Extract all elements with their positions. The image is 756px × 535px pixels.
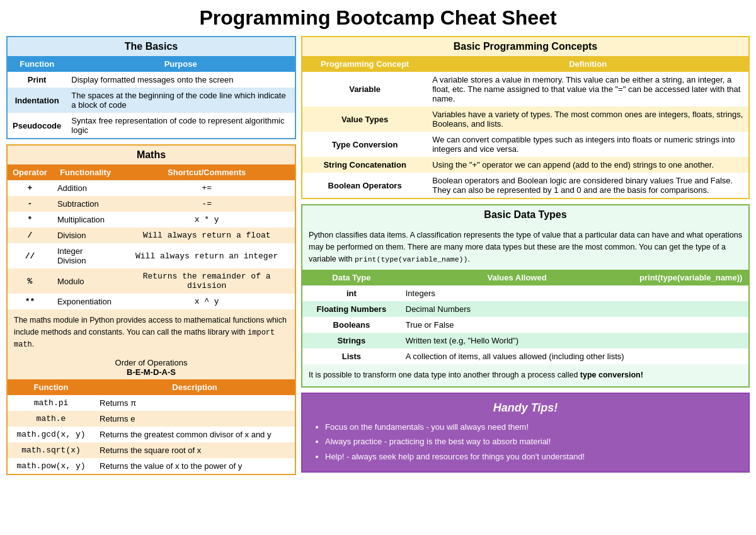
maths-shortcut: Will always return a float [118, 227, 295, 243]
maths-row: * Multiplication x * y [8, 212, 295, 227]
dt-print [633, 348, 748, 364]
datatypes-header: Basic Data Types [302, 205, 748, 224]
mathsfn-desc: Returns the square root of x [94, 442, 295, 458]
dt-values: Written text (e.g, "Hello World") [401, 333, 634, 348]
mathfn-col2: Description [94, 379, 295, 395]
mathsfn-row: math.e Returns e [8, 411, 295, 427]
mathsfn-desc: Returns the value of x to the power of y [94, 458, 295, 474]
concepts-row: Type Conversion We can convert compatibl… [302, 132, 748, 157]
maths-row: / Division Will always return a float [8, 227, 295, 243]
order-ops-header: Order of Operations [8, 358, 295, 367]
maths-op: + [8, 180, 52, 196]
maths-func: Division [52, 227, 118, 243]
mathsfn-name: math.sqrt(x) [8, 442, 94, 458]
concepts-row: Boolean Operators Boolean operators and … [302, 173, 748, 198]
basics-col2: Purpose [66, 56, 295, 72]
dt-type: Floating Numbers [302, 301, 401, 317]
dt-values: A collection of items, all values allowe… [401, 348, 634, 364]
mathsfn-row: math.gcd(x, y) Returns the greatest comm… [8, 427, 295, 442]
concepts-def: Using the "+" operator we can append (ad… [427, 157, 748, 173]
concepts-header: Basic Programming Concepts [302, 37, 748, 56]
concepts-concept: String Concatenation [302, 157, 427, 173]
concepts-concept: Variable [302, 72, 427, 106]
tips-list: Focus on the fundamentals - you will alw… [312, 420, 738, 464]
concepts-def: Variables have a variety of types. The m… [427, 106, 748, 132]
maths-func: Modulo [52, 268, 118, 294]
basics-header: The Basics [8, 37, 295, 56]
mathsfn-name: math.pow(x, y) [8, 458, 94, 474]
concepts-concept: Value Types [302, 106, 427, 132]
mathsfn-name: math.e [8, 411, 94, 427]
mathsfn-desc: Returns π [94, 395, 295, 411]
mathsfn-name: math.pi [8, 395, 94, 411]
mathsfn-row: math.sqrt(x) Returns the square root of … [8, 442, 295, 458]
datatypes-row: Floating Numbers Decimal Numbers [302, 301, 748, 317]
concepts-def: Boolean operators and Boolean logic are … [427, 173, 748, 198]
maths-op: / [8, 227, 52, 243]
maths-shortcut: Returns the remainder of a division [118, 268, 295, 294]
basics-func: Print [8, 72, 66, 88]
datatypes-row: int Integers [302, 285, 748, 301]
tips-item: Help! - always seek help and resources f… [325, 449, 738, 464]
concepts-concept: Type Conversion [302, 132, 427, 157]
basics-purpose: Display formatted messages onto the scre… [66, 72, 295, 88]
dt-type: Lists [302, 348, 401, 364]
concepts-def: A variable stores a value in memory. Thi… [427, 72, 748, 106]
concepts-row: Value Types Variables have a variety of … [302, 106, 748, 132]
maths-body-text: The maths module in Python provides acce… [8, 309, 295, 355]
maths-op: % [8, 268, 52, 294]
dt-print [633, 317, 748, 333]
basics-section: The Basics Function Purpose Print Displa… [6, 36, 296, 139]
maths-col2: Functionality [52, 164, 118, 180]
maths-shortcut: -= [118, 196, 295, 212]
maths-row: + Addition += [8, 180, 295, 196]
datatypes-intro: Python classifies data items. A classifi… [302, 224, 748, 270]
dt-values: Decimal Numbers [401, 301, 634, 317]
maths-func: Integer Division [52, 243, 118, 268]
tips-item: Always practice - practicing is the best… [325, 434, 738, 449]
basics-col1: Function [8, 56, 66, 72]
concepts-section: Basic Programming Concepts Programming C… [301, 36, 750, 199]
concepts-table: Programming Concept Definition Variable … [302, 56, 748, 198]
datatypes-table: Data Type Values Allowed print(type(vari… [302, 270, 748, 364]
dt-type: int [302, 285, 401, 301]
basics-func: Pseudocode [8, 113, 66, 138]
maths-func: Multiplication [52, 212, 118, 227]
maths-op: - [8, 196, 52, 212]
mathsfn-row: math.pow(x, y) Returns the value of x to… [8, 458, 295, 474]
mathsfn-desc: Returns e [94, 411, 295, 427]
basics-func: Indentation [8, 88, 66, 113]
dt-col1: Data Type [302, 270, 401, 285]
dt-type: Booleans [302, 317, 401, 333]
concepts-row: String Concatenation Using the "+" opera… [302, 157, 748, 173]
page-title: Programming Bootcamp Cheat Sheet [6, 6, 750, 30]
tips-header: Handy Tips! [312, 401, 738, 415]
maths-header: Maths [8, 146, 295, 164]
basics-row: Pseudocode Syntax free representation of… [8, 113, 295, 138]
basics-purpose: Syntax free representation of code to re… [66, 113, 295, 138]
maths-section: Maths Operator Functionality Shortcut/Co… [6, 144, 296, 475]
concepts-def: We can convert compatible types such as … [427, 132, 748, 157]
dt-print [633, 285, 748, 301]
dt-col3: print(type(variable_name)) [633, 270, 748, 285]
tips-section: Handy Tips! Focus on the fundamentals - … [301, 393, 750, 473]
concepts-row: Variable A variable stores a value in me… [302, 72, 748, 106]
dt-values: Integers [401, 285, 634, 301]
print-type-code: print(type(variable_name)) [355, 255, 467, 263]
mathsfn-desc: Returns the greatest common divisor of x… [94, 427, 295, 442]
maths-func: Addition [52, 180, 118, 196]
maths-col1: Operator [8, 164, 52, 180]
mathfn-col1: Function [8, 379, 94, 395]
datatypes-row: Booleans True or False [302, 317, 748, 333]
basics-table: Function Purpose Print Display formatted… [8, 56, 295, 138]
dt-type: Strings [302, 333, 401, 348]
order-ops-value: B-E-M-D-A-S [8, 367, 295, 377]
concepts-concept: Boolean Operators [302, 173, 427, 198]
maths-row: // Integer Division Will always return a… [8, 243, 295, 268]
maths-table: Operator Functionality Shortcut/Comments… [8, 164, 295, 309]
basics-purpose: The spaces at the beginning of the code … [66, 88, 295, 113]
concepts-col1: Programming Concept [302, 56, 427, 72]
dt-print [633, 301, 748, 317]
maths-shortcut: x * y [118, 212, 295, 227]
order-ops-section: Order of Operations B-E-M-D-A-S [8, 355, 295, 379]
